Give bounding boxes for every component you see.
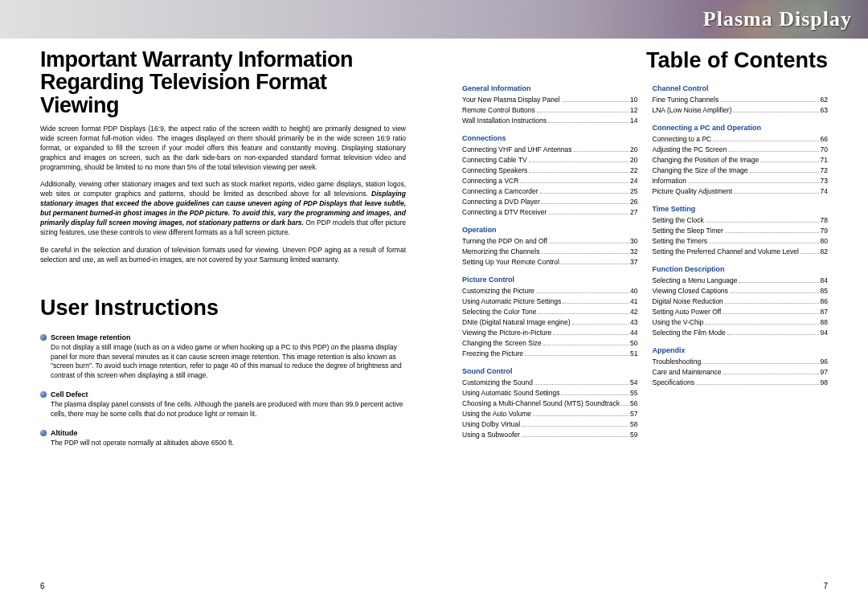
toc-row: Selecting a Menu Language84 xyxy=(653,276,829,284)
toc-page: 26 xyxy=(630,198,637,206)
toc-page: 66 xyxy=(821,135,828,143)
toc-row: Using Automatic Picture Settings41 xyxy=(462,297,638,305)
toc-label: Using Dolby Virtual xyxy=(462,420,520,428)
bullet-body: Do not display a still image (such as on… xyxy=(51,343,406,382)
toc-row: Fine Tuning Channels62 xyxy=(653,96,829,104)
warranty-para3: Be careful in the selection and duration… xyxy=(40,246,406,265)
toc-dots xyxy=(723,374,819,374)
toc-label: Turning the PDP On and Off xyxy=(462,237,547,245)
toc-page: 51 xyxy=(630,349,637,358)
toc-page: 57 xyxy=(630,410,637,418)
toc-row: Setting the Sleep Timer79 xyxy=(653,227,829,235)
toc-page: 54 xyxy=(630,378,637,386)
bullet-title: Cell Defect xyxy=(51,390,88,398)
bullet-item: AltitudeThe PDP will not operate normall… xyxy=(40,429,406,448)
toc-label: Connecting Speakers xyxy=(462,166,527,174)
toc-row: Remote Control Buttons12 xyxy=(462,106,638,114)
header-band: Plasma Display xyxy=(0,0,868,39)
toc-page: 40 xyxy=(630,287,637,295)
toc-page: 86 xyxy=(821,297,828,305)
toc-row: Changing the Size of the Image72 xyxy=(653,166,829,174)
toc-row: Turning the PDP On and Off30 xyxy=(462,237,638,245)
toc-row: Changing the Screen Size50 xyxy=(462,339,638,347)
toc-dots xyxy=(520,182,628,183)
warranty-para2: Additionally, viewing other stationary i… xyxy=(40,180,406,237)
bullet-item: Screen Image retentionDo not display a s… xyxy=(40,333,406,382)
toc-label: Connecting Cable TV xyxy=(462,156,527,164)
toc-label: Selecting the Color Tone xyxy=(462,308,536,316)
toc-label: Troubleshooting xyxy=(653,358,702,366)
toc-page: 96 xyxy=(821,358,828,366)
toc-row: Changing the Position of the Image71 xyxy=(653,156,829,164)
toc-dots xyxy=(563,303,628,304)
toc-label: Connecting a VCR xyxy=(462,177,518,185)
toc-page: 85 xyxy=(821,287,828,295)
toc-columns: General InformationYour New Plasma Displ… xyxy=(462,84,828,448)
toc-heading: Table of Contents xyxy=(462,48,828,73)
toc-label: Changing the Screen Size xyxy=(462,339,542,347)
toc-row: Connecting VHF and UHF Antennas20 xyxy=(462,145,638,153)
toc-dots xyxy=(548,214,628,215)
toc-dots xyxy=(713,141,818,141)
toc-page: 25 xyxy=(630,187,637,195)
toc-row: Setting Up Your Remote Control37 xyxy=(462,258,638,266)
toc-dots xyxy=(522,426,628,427)
toc-page: 63 xyxy=(821,106,828,114)
toc-dots xyxy=(540,193,629,194)
toc-label: Care and Maintenance xyxy=(653,368,722,376)
toc-page: 78 xyxy=(821,216,828,224)
toc-dots xyxy=(549,243,628,243)
p2a: Additionally, viewing other stationary i… xyxy=(40,180,406,198)
toc-dots xyxy=(621,405,628,406)
toc-dots xyxy=(760,161,818,162)
toc-dots xyxy=(543,345,628,345)
toc-label: Adjusting the PC Screen xyxy=(653,145,727,153)
toc-page: 98 xyxy=(821,378,828,386)
bullet-title: Screen Image retention xyxy=(51,333,131,341)
toc-dots xyxy=(537,112,628,112)
toc-label: Connecting to a PC xyxy=(653,135,712,143)
bullet-head: Screen Image retention xyxy=(40,333,406,341)
toc-page: 55 xyxy=(630,389,637,397)
toc-page: 37 xyxy=(630,258,637,266)
toc-dots xyxy=(702,363,818,364)
toc-section: AppendixTroubleshooting96Care and Mainte… xyxy=(653,346,829,386)
toc-label: Choosing a Multi-Channel Sound (MTS) Sou… xyxy=(462,399,620,407)
toc-row: Setting Auto Power Off87 xyxy=(653,308,829,316)
toc-dots xyxy=(529,172,628,173)
toc-row: Using Automatic Sound Settings55 xyxy=(462,389,638,397)
toc-dots xyxy=(525,355,628,356)
toc-dots xyxy=(688,182,819,183)
toc-dots xyxy=(730,292,819,293)
toc-page: 88 xyxy=(821,318,828,326)
toc-row: Connecting Speakers22 xyxy=(462,166,638,174)
toc-dots xyxy=(533,415,628,416)
bullet-head: Cell Defect xyxy=(40,390,406,398)
toc-section-heading: Function Description xyxy=(653,265,829,273)
toc-row: Connecting a Camcorder25 xyxy=(462,187,638,195)
toc-dots xyxy=(538,313,628,314)
toc-page: 20 xyxy=(630,145,637,153)
toc-section: ConnectionsConnecting VHF and UHF Antenn… xyxy=(462,134,638,216)
toc-label: Wall Installation Instructions xyxy=(462,116,547,125)
toc-row: Connecting a VCR24 xyxy=(462,177,638,185)
toc-label: Digital Noise Reduction xyxy=(653,297,723,305)
toc-label: Your New Plasma Display Panel xyxy=(462,96,560,104)
toc-row: Connecting Cable TV20 xyxy=(462,156,638,164)
bullet-body: The plasma display panel consists of fin… xyxy=(51,400,406,419)
toc-section: Channel ControlFine Tuning Channels62LNA… xyxy=(653,84,829,114)
toc-label: Setting the Preferred Channel and Volume… xyxy=(653,247,799,255)
toc-row: Customizing the Sound54 xyxy=(462,378,638,386)
toc-label: Remote Control Buttons xyxy=(462,106,535,114)
toc-label: Information xyxy=(653,177,687,185)
toc-dots xyxy=(572,324,628,325)
toc-dots xyxy=(728,151,818,152)
toc-page: 41 xyxy=(630,297,637,305)
toc-section-heading: Picture Control xyxy=(462,276,638,284)
toc-page: 59 xyxy=(630,431,637,439)
toc-section: Connecting a PC and OperationConnecting … xyxy=(653,124,829,195)
toc-row: LNA (Low Noise Amplifier)63 xyxy=(653,106,829,114)
toc-row: Your New Plasma Display Panel10 xyxy=(462,96,638,104)
toc-row: Using a Subwoofer59 xyxy=(462,431,638,439)
toc-dots xyxy=(720,101,818,102)
